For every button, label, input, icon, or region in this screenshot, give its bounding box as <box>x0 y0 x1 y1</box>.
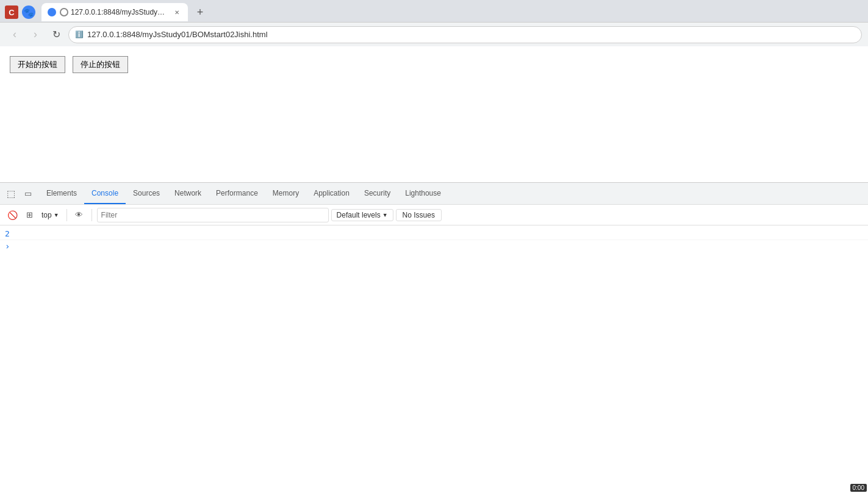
console-toolbar: 🚫 ⊞ top ▼ 👁 Default levels ▼ No Issues <box>0 205 868 225</box>
tab-bar: C 🐾 127.0.0.1:8848/myJsStudy01/B ✕ + <box>0 0 868 22</box>
start-button[interactable]: 开始的按钮 <box>10 56 65 73</box>
devtools-inspect-button[interactable]: ⬚ <box>2 185 20 202</box>
filter-input[interactable] <box>98 210 328 221</box>
clear-console-button[interactable]: 🚫 <box>5 208 20 222</box>
console-output-line-prompt[interactable]: › <box>0 240 868 252</box>
console-output-line-value: 2 <box>0 228 868 240</box>
default-levels-button[interactable]: Default levels ▼ <box>331 209 393 221</box>
levels-chevron-icon: ▼ <box>382 212 388 218</box>
devtools-device-button[interactable]: ▭ <box>20 185 37 202</box>
console-prompt-icon: › <box>5 241 10 251</box>
devtools-top-bar: ⬚ ▭ Elements Console Sources Network Per… <box>0 183 868 205</box>
tab-lighthouse[interactable]: Lighthouse <box>398 183 448 204</box>
url-text: 127.0.0.1:8848/myJsStudy01/BOMstart02Jis… <box>87 30 268 39</box>
lock-icon: ℹ️ <box>75 30 84 38</box>
tab-console[interactable]: Console <box>84 183 126 204</box>
tab-application[interactable]: Application <box>306 183 357 204</box>
tab-favicon <box>48 8 56 16</box>
browser-chrome: C 🐾 127.0.0.1:8848/myJsStudy01/B ✕ + ‹ ›… <box>0 0 868 46</box>
address-bar[interactable]: ℹ️ 127.0.0.1:8848/myJsStudy01/BOMstart02… <box>68 26 862 43</box>
chevron-down-icon: ▼ <box>54 212 59 218</box>
eye-button[interactable]: 👁 <box>72 208 87 222</box>
new-tab-button[interactable]: + <box>192 4 209 21</box>
top-label: top <box>41 211 52 219</box>
browser-logo: C 🐾 <box>5 5 35 19</box>
tab-title: 127.0.0.1:8848/myJsStudy01/B <box>71 8 168 16</box>
filter-box[interactable] <box>97 208 329 222</box>
tab-globe-icon <box>60 8 68 16</box>
console-toolbar-divider1 <box>66 209 67 221</box>
tab-network[interactable]: Network <box>167 183 209 204</box>
time-badge: 0:00 <box>850 484 867 492</box>
devtools-tabs: Elements Console Sources Network Perform… <box>39 183 448 204</box>
active-tab[interactable]: 127.0.0.1:8848/myJsStudy01/B ✕ <box>41 3 188 21</box>
tab-memory[interactable]: Memory <box>265 183 306 204</box>
back-button[interactable]: ‹ <box>6 26 23 43</box>
no-issues-button[interactable]: No Issues <box>396 209 442 221</box>
stop-button[interactable]: 停止的按钮 <box>73 56 128 73</box>
context-selector[interactable]: top ▼ <box>39 210 62 221</box>
devtools-panel: ⬚ ▭ Elements Console Sources Network Per… <box>0 182 868 493</box>
nav-bar: ‹ › ↻ ℹ️ 127.0.0.1:8848/myJsStudy01/BOMs… <box>0 22 868 46</box>
reload-button[interactable]: ↻ <box>48 26 65 43</box>
console-output: 2 › <box>0 225 868 493</box>
tab-performance[interactable]: Performance <box>209 183 265 204</box>
tab-elements[interactable]: Elements <box>39 183 84 204</box>
no-issues-label: No Issues <box>403 211 435 219</box>
mascot-icon: 🐾 <box>22 5 35 19</box>
chrome-icon: C <box>5 5 18 19</box>
tab-close-button[interactable]: ✕ <box>172 7 182 17</box>
forward-button[interactable]: › <box>27 26 44 43</box>
default-levels-label: Default levels <box>337 211 381 219</box>
sidebar-button[interactable]: ⊞ <box>22 208 37 222</box>
console-value-2: 2 <box>5 229 10 238</box>
console-toolbar-divider2 <box>91 209 92 221</box>
tab-security[interactable]: Security <box>357 183 398 204</box>
tab-sources[interactable]: Sources <box>126 183 167 204</box>
